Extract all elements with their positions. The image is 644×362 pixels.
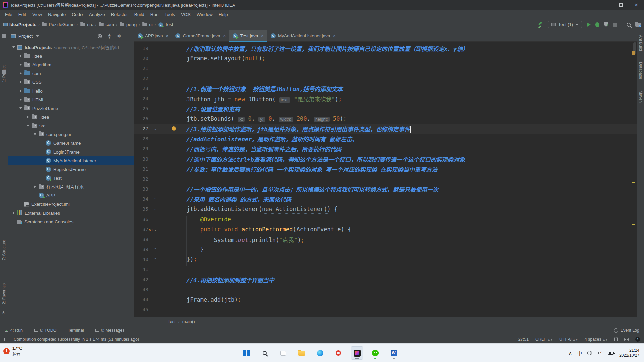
intellij-taskbar-icon[interactable] [351, 346, 363, 360]
fold-collapsed-icon[interactable]: ⌃ [153, 257, 158, 262]
tree-chevron-right-icon[interactable] [11, 212, 16, 214]
tree-chevron-down-icon[interactable] [18, 107, 23, 109]
menu-item-view[interactable]: View [29, 11, 45, 18]
project-toolwindow-icon[interactable] [2, 34, 6, 38]
encoding-select[interactable]: UTF-8 ▲▼ [559, 337, 578, 342]
close-icon[interactable]: × [166, 33, 169, 38]
tree-chevron-right-icon[interactable] [18, 72, 23, 75]
menu-item-edit[interactable]: Edit [15, 11, 29, 18]
tree-chevron-right-icon[interactable] [25, 116, 30, 118]
locate-file-icon[interactable] [98, 34, 102, 38]
code-line-34[interactable]: 34⌃ //采用 匿名内部类 的方式，来简化代码 [134, 194, 637, 204]
code-line-26[interactable]: 26 jtb.setBounds( x: 0, y: 0, width: 200… [134, 114, 637, 124]
menu-item-run[interactable]: Run [147, 11, 162, 18]
tree-item-ideaprojects[interactable]: IdeaProjectssources root, C:\Users\何智鹏\I… [8, 43, 134, 52]
favorites-star-icon[interactable]: ★ [2, 310, 5, 315]
tab-gamejframe-java[interactable]: GameJFrame.java× [172, 30, 229, 41]
tree-item-registerjframe[interactable]: RegisterJFrame [8, 165, 134, 174]
code-editor[interactable]: 19 //取消默认的居中放置，只有取消了这一设置，我们才能让图片按照自己设定的位… [134, 42, 637, 317]
code-line-36[interactable]: 36 @Override [134, 214, 637, 224]
run-button[interactable] [587, 22, 591, 27]
tree-chevron-down-icon[interactable] [25, 125, 30, 127]
fold-expanded-icon[interactable]: ⌄ [153, 227, 158, 232]
tree-item-loginjframe[interactable]: LoginJFrame [8, 147, 134, 156]
tree-item-external-libraries[interactable]: External Libraries [8, 208, 134, 217]
code-line-42[interactable]: 42 //4.再把按钮添加到整个界面当中 [134, 275, 637, 285]
code-line-24[interactable]: 24 JButton jtb = new JButton( text: "是兄弟… [134, 94, 637, 104]
menu-item-navigate[interactable]: Navigate [45, 11, 69, 18]
breadcrumb-item-ui[interactable]: ui [142, 22, 153, 27]
file-explorer-icon[interactable] [295, 346, 308, 360]
edge-browser-icon[interactable] [314, 346, 326, 360]
code-line-41[interactable]: 41 [134, 264, 637, 275]
volume-muted-icon[interactable] [597, 351, 603, 355]
toolwindow-database-label[interactable]: Database [638, 62, 643, 79]
tree-item-html[interactable]: HTML [8, 95, 134, 104]
tab-test-java[interactable]: Test.java× [229, 30, 267, 41]
menu-item-window[interactable]: Window [194, 11, 216, 18]
maximize-button[interactable] [613, 0, 629, 10]
debug-button[interactable] [595, 22, 599, 27]
intention-bulb-icon[interactable] [172, 126, 176, 130]
tray-expand-icon[interactable]: ∧ [569, 350, 572, 356]
project-structure-icon[interactable] [635, 23, 641, 27]
toolwindow-terminal-button[interactable]: Terminal [68, 328, 84, 333]
indent-select[interactable]: 4 spaces ▲▼ [585, 337, 608, 342]
menu-item-vcs[interactable]: VCS [178, 11, 194, 18]
gear-icon[interactable]: ✲ [117, 33, 121, 39]
code-line-35[interactable]: 35⌄ jtb.addActionListener(new ActionList… [134, 204, 637, 214]
battery-icon[interactable] [608, 352, 614, 355]
menu-item-help[interactable]: Help [216, 11, 231, 18]
taskbar-search-icon[interactable] [258, 346, 271, 360]
event-log-button[interactable]: Event Log [614, 328, 639, 333]
minimize-button[interactable] [598, 0, 613, 10]
code-line-39[interactable]: 39⌃ } [134, 244, 637, 254]
ime-indicator[interactable]: 中 [577, 350, 582, 356]
breadcrumb-item-peng[interactable]: peng [119, 22, 137, 27]
tab-app-java[interactable]: APP.java× [134, 30, 172, 41]
tree-item-gamejframe[interactable]: GameJFrame [8, 139, 134, 147]
tree-chevron-down-icon[interactable] [11, 46, 16, 48]
tree-item-src[interactable]: src [8, 121, 134, 130]
build-hammer-icon[interactable] [538, 22, 543, 27]
line-ending-select[interactable]: CRLF ▲▼ [535, 337, 553, 342]
code-line-45[interactable]: 45 [134, 305, 637, 315]
code-line-30[interactable]: 30 //选中下面的方法ctrl+b查看源代码，得知这个方法是一个接口，所以我们… [134, 154, 637, 164]
menu-item-refactor[interactable]: Refactor [108, 11, 131, 18]
search-everywhere-icon[interactable] [627, 23, 631, 27]
breadcrumb-method[interactable]: main() [182, 319, 195, 324]
code-line-22[interactable]: 22 [134, 73, 637, 83]
network-icon[interactable] [587, 351, 592, 355]
toolwindow-messages-button[interactable]: 0: Messages [95, 328, 125, 333]
taskbar-weather-widget[interactable]: 1 17°C 多云 [3, 346, 22, 356]
tab-myaddactionlistener-java[interactable]: MyAddActionListener.java× [267, 30, 339, 41]
tree-item-com-peng-ui[interactable]: com.peng.ui [8, 130, 134, 139]
code-line-21[interactable]: 21 [134, 63, 637, 73]
tree-chevron-right-icon[interactable] [33, 185, 37, 188]
scroll-mark[interactable] [632, 224, 635, 225]
menu-item-code[interactable]: Code [69, 11, 86, 18]
tree-item-exerciseproject-iml[interactable]: ExerciseProject.iml [8, 200, 134, 208]
tree-chevron-right-icon[interactable] [18, 63, 23, 66]
tree-item-scratches-and-consoles[interactable]: Scratches and Consoles [8, 217, 134, 226]
start-button[interactable] [240, 346, 253, 360]
fold-collapsed-icon[interactable]: ⌃ [153, 197, 158, 201]
browser-red-icon[interactable] [332, 346, 345, 360]
tree-item-test[interactable]: Test [8, 174, 134, 182]
tree-chevron-down-icon[interactable] [33, 133, 37, 135]
code-line-29[interactable]: 29 //而括号内，传递的是，当监听到事件之后，所要执行的代码 [134, 144, 637, 154]
close-icon[interactable]: × [223, 33, 226, 38]
tree-chevron-right-icon[interactable] [18, 98, 23, 101]
code-line-43[interactable]: 43 [134, 285, 637, 295]
toolwindow-todo-button[interactable]: 6: TODO [34, 328, 57, 333]
toolwindow-toggle-icon[interactable] [4, 338, 8, 341]
code-line-23[interactable]: 23 //1.创建一个按钮对象 按钮类是JButton,括号内添加文本 [134, 83, 637, 94]
override-marker-icon[interactable]: o↑ [149, 227, 153, 231]
close-button[interactable]: ✕ [629, 0, 644, 10]
alert-icon[interactable]: ! [635, 337, 640, 342]
hide-panel-icon[interactable] [127, 36, 131, 36]
code-line-32[interactable]: 32 [134, 174, 637, 184]
code-line-25[interactable]: 25 //2.设置位置和宽高 [134, 104, 637, 114]
caret-position[interactable]: 27:51 [518, 337, 529, 342]
wechat-icon[interactable] [369, 346, 382, 360]
